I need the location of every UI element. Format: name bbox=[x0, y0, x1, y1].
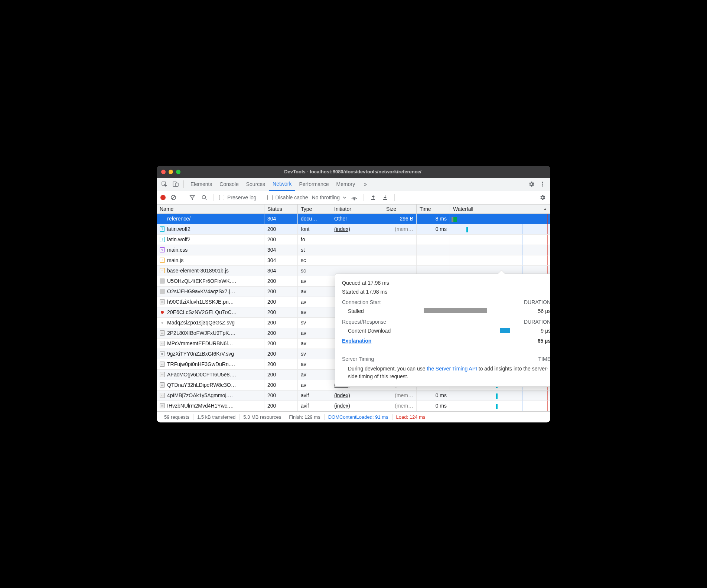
table-cell[interactable]: Tlatin.woff2 bbox=[157, 224, 264, 235]
settings-icon[interactable] bbox=[527, 179, 536, 189]
table-cell[interactable]: 0 ms bbox=[417, 391, 450, 401]
table-cell[interactable]: ✲9gzXiTYY0nZzBxGI6KrV.svg bbox=[157, 349, 264, 359]
tab-memory[interactable]: Memory bbox=[333, 177, 359, 191]
table-cell[interactable]: ◦main.js bbox=[157, 255, 264, 266]
table-cell[interactable]: O2sIJEHG9avKV4aqzSx7.j… bbox=[157, 287, 264, 297]
table-cell[interactable]: av bbox=[298, 297, 331, 307]
table-cell[interactable]: ◦base-element-3018901b.js bbox=[157, 266, 264, 276]
initiator-link[interactable]: (index) bbox=[334, 226, 350, 232]
table-cell[interactable] bbox=[450, 224, 550, 235]
table-cell[interactable]: avif bbox=[298, 401, 331, 411]
table-cell[interactable]: ▭AFacMOgv6D0CFTr6U5e8.… bbox=[157, 370, 264, 380]
table-cell[interactable]: 20E6CLcSzNV2GELQu7oC… bbox=[157, 307, 264, 318]
table-cell[interactable] bbox=[450, 401, 550, 411]
tab-network[interactable]: Network bbox=[269, 177, 295, 191]
clear-icon[interactable] bbox=[169, 193, 177, 202]
table-cell[interactable]: 200 bbox=[264, 318, 298, 328]
table-cell[interactable] bbox=[450, 391, 550, 401]
table-cell[interactable]: ▭2P2L80XfBoFWJFxU9TpK.… bbox=[157, 328, 264, 339]
table-cell[interactable]: 0 ms bbox=[417, 224, 450, 235]
tab-performance[interactable]: Performance bbox=[295, 177, 332, 191]
table-cell[interactable] bbox=[450, 214, 550, 224]
record-button[interactable] bbox=[160, 195, 166, 200]
table-cell[interactable]: ▭QTDnaY32hLDipeRW8e3O… bbox=[157, 380, 264, 391]
table-cell[interactable]: ✎main.css bbox=[157, 245, 264, 255]
inspect-element-icon[interactable] bbox=[160, 179, 169, 189]
table-cell[interactable]: Other bbox=[331, 214, 383, 224]
table-cell[interactable]: 304 bbox=[264, 255, 298, 266]
table-cell[interactable]: 200 bbox=[264, 339, 298, 349]
close-window-button[interactable] bbox=[161, 170, 166, 174]
explanation-link[interactable]: Explanation bbox=[342, 338, 371, 344]
table-cell[interactable]: 200 bbox=[264, 359, 298, 370]
table-cell[interactable]: 200 bbox=[264, 328, 298, 339]
col-waterfall[interactable]: Waterfall▲ bbox=[450, 205, 550, 214]
table-cell[interactable]: (mem… bbox=[383, 224, 417, 235]
search-icon[interactable] bbox=[200, 193, 208, 202]
table-cell[interactable]: fo bbox=[298, 235, 331, 245]
table-cell[interactable]: ⊘MadqZslZpo1sj3qQ3GsZ.svg bbox=[157, 318, 264, 328]
initiator-link[interactable]: (index) bbox=[334, 403, 350, 409]
table-cell[interactable]: 200 bbox=[264, 380, 298, 391]
filter-icon[interactable] bbox=[188, 193, 196, 202]
download-har-icon[interactable] bbox=[381, 193, 389, 202]
table-cell[interactable]: Tlatin.woff2 bbox=[157, 235, 264, 245]
minimize-window-button[interactable] bbox=[169, 170, 173, 174]
disable-cache-checkbox[interactable]: Disable cache bbox=[267, 195, 308, 200]
upload-har-icon[interactable] bbox=[369, 193, 377, 202]
table-cell[interactable]: 8 ms bbox=[417, 214, 450, 224]
table-cell[interactable]: 200 bbox=[264, 370, 298, 380]
table-cell[interactable]: sc bbox=[298, 255, 331, 266]
table-cell[interactable] bbox=[331, 235, 383, 245]
table-cell[interactable] bbox=[331, 255, 383, 266]
table-cell[interactable]: 200 bbox=[264, 297, 298, 307]
server-timing-api-link[interactable]: the Server Timing API bbox=[427, 366, 477, 372]
table-cell[interactable]: font bbox=[298, 224, 331, 235]
table-cell[interactable]: ▭MPcVmmemtEEDURBN6l… bbox=[157, 339, 264, 349]
table-cell[interactable]: 200 bbox=[264, 235, 298, 245]
table-cell[interactable]: ▭IHvzbNUlrm2Mvd4H1Ywc.… bbox=[157, 401, 264, 411]
table-cell[interactable] bbox=[417, 255, 450, 266]
table-cell[interactable]: av bbox=[298, 307, 331, 318]
table-cell[interactable]: 200 bbox=[264, 307, 298, 318]
table-cell[interactable]: av bbox=[298, 370, 331, 380]
col-time[interactable]: Time bbox=[417, 205, 450, 214]
throttling-select[interactable]: No throttling bbox=[312, 195, 346, 200]
table-cell[interactable]: 200 bbox=[264, 391, 298, 401]
table-cell[interactable]: av bbox=[298, 276, 331, 287]
table-cell[interactable]: 304 bbox=[264, 266, 298, 276]
more-tabs-button[interactable]: » bbox=[360, 177, 371, 191]
table-cell[interactable] bbox=[331, 245, 383, 255]
table-cell[interactable]: 296 B bbox=[383, 214, 417, 224]
table-cell[interactable]: (mem… bbox=[383, 391, 417, 401]
table-cell[interactable]: 200 bbox=[264, 224, 298, 235]
table-cell[interactable]: av bbox=[298, 328, 331, 339]
table-cell[interactable]: 200 bbox=[264, 401, 298, 411]
table-cell[interactable] bbox=[450, 235, 550, 245]
col-name[interactable]: Name bbox=[157, 205, 264, 214]
network-conditions-icon[interactable] bbox=[350, 193, 358, 202]
table-cell[interactable]: av bbox=[298, 359, 331, 370]
table-cell[interactable] bbox=[417, 245, 450, 255]
network-settings-icon[interactable] bbox=[538, 193, 547, 202]
zoom-window-button[interactable] bbox=[176, 170, 180, 174]
col-initiator[interactable]: Initiator bbox=[331, 205, 383, 214]
table-cell[interactable]: sv bbox=[298, 349, 331, 359]
col-size[interactable]: Size bbox=[383, 205, 417, 214]
preserve-log-checkbox[interactable]: Preserve log bbox=[219, 195, 257, 200]
table-cell[interactable]: (index) bbox=[331, 401, 383, 411]
table-cell[interactable]: 200 bbox=[264, 276, 298, 287]
table-cell[interactable] bbox=[383, 235, 417, 245]
table-cell[interactable]: 200 bbox=[264, 287, 298, 297]
col-type[interactable]: Type bbox=[298, 205, 331, 214]
table-cell[interactable]: av bbox=[298, 380, 331, 391]
table-cell[interactable]: 304 bbox=[264, 245, 298, 255]
table-cell[interactable]: sv bbox=[298, 318, 331, 328]
table-cell[interactable] bbox=[450, 255, 550, 266]
table-cell[interactable]: (mem… bbox=[383, 401, 417, 411]
table-cell[interactable] bbox=[383, 245, 417, 255]
table-cell[interactable]: ▭4pIMBj7zOAk1y5Agmmoj.… bbox=[157, 391, 264, 401]
tab-sources[interactable]: Sources bbox=[242, 177, 269, 191]
table-cell[interactable]: av bbox=[298, 339, 331, 349]
tab-elements[interactable]: Elements bbox=[187, 177, 216, 191]
